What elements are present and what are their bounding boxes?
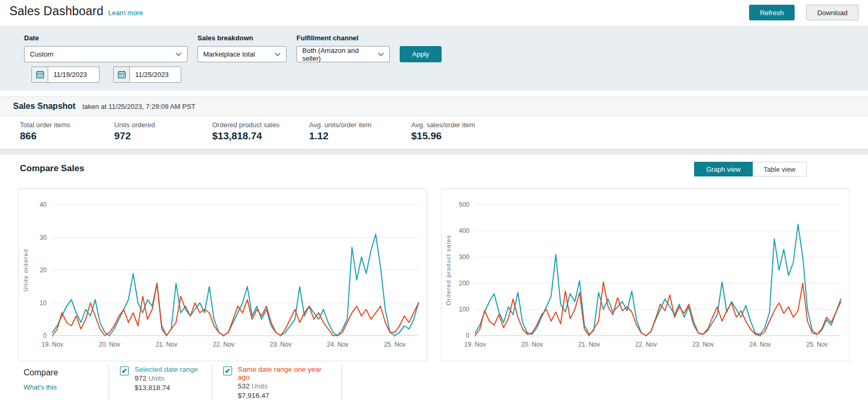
selected-range-checkbox[interactable]: ✔ — [120, 366, 129, 375]
breakdown-filter-label: Sales breakdown — [197, 34, 287, 42]
metric-ordered-product-sales: Ordered product sales $13,818.74 — [212, 121, 309, 142]
fulfillment-filter-label: Fulfillment channel — [296, 34, 390, 42]
x-tick-label: 19. Nov — [464, 341, 486, 348]
apply-button[interactable]: Apply — [400, 46, 442, 62]
y-tick-label: 30 — [40, 234, 47, 241]
x-tick-label: 22. Nov — [213, 341, 234, 348]
series-line — [475, 225, 841, 336]
date-range-value: Custom — [30, 50, 53, 58]
y-axis-title: Ordered product sales — [445, 235, 452, 306]
ordered-product-sales-chart: 010020030040050019. Nov20. Nov21. Nov22.… — [441, 188, 850, 361]
x-tick-label: 20. Nov — [98, 341, 120, 348]
y-tick-label: 10 — [40, 299, 47, 307]
page-header: Sales Dashboard Learn more Refresh Downl… — [0, 0, 868, 26]
units-ordered-chart: 01020304019. Nov20. Nov21. Nov22. Nov23.… — [18, 188, 427, 361]
x-tick-label: 23. Nov — [692, 341, 713, 348]
x-tick-label: 24. Nov — [327, 341, 348, 348]
chart-canvas: 01020304019. Nov20. Nov21. Nov22. Nov23.… — [19, 189, 427, 361]
start-date-input[interactable]: 11/19/2023 — [31, 66, 100, 83]
legend-label: Selected date range — [135, 365, 198, 373]
start-date-value: 11/19/2023 — [48, 67, 92, 82]
x-tick-label: 25. Nov — [384, 341, 405, 348]
chevron-down-icon — [175, 52, 182, 57]
compare-legend: Compare What's this ✔ Selected date rang… — [0, 364, 868, 400]
year-ago-checkbox[interactable]: ✔ — [223, 366, 232, 375]
snapshot-timestamp: taken at 11/25/2023, 7:29:09 AM PST — [82, 103, 195, 110]
page-title: Sales Dashboard — [9, 4, 103, 18]
metric-avg-units-per-order: Avg. units/order item 1.12 — [309, 121, 411, 142]
end-date-input[interactable]: 11/25/2023 — [113, 66, 181, 83]
metric-units-ordered: Units ordered 972 — [114, 121, 212, 142]
y-tick-label: 0 — [466, 332, 469, 339]
series-line — [475, 282, 841, 336]
date-filter-label: Date — [24, 34, 188, 42]
refresh-button[interactable]: Refresh — [749, 5, 795, 20]
y-tick-label: 300 — [459, 253, 469, 261]
metric-total-order-items: Total order items 866 — [20, 121, 114, 142]
y-tick-label: 0 — [43, 332, 47, 339]
graph-view-button[interactable]: Graph view — [694, 162, 753, 176]
y-tick-label: 40 — [40, 201, 47, 208]
compare-sales-section: Compare Sales Graph view Table view 0102… — [0, 155, 868, 400]
metric-avg-sales-per-order: Avg. sales/order item $15.96 — [411, 121, 475, 142]
fulfillment-channel-value: Both (Amazon and seller) — [302, 47, 372, 62]
table-view-button[interactable]: Table view — [753, 162, 807, 176]
y-axis-title: Units ordered — [23, 249, 29, 292]
compare-label: Compare — [24, 368, 108, 377]
y-tick-label: 400 — [459, 227, 469, 235]
series-line — [52, 283, 419, 336]
sales-breakdown-select[interactable]: Marketplace total — [197, 46, 287, 62]
x-tick-label: 21. Nov — [578, 341, 600, 348]
sales-snapshot-section: Sales Snapshot taken at 11/25/2023, 7:29… — [0, 96, 868, 149]
y-tick-label: 100 — [459, 306, 469, 313]
view-toggle: Graph view Table view — [694, 162, 807, 176]
y-tick-label: 20 — [40, 266, 47, 274]
legend-label: Same date range one year ago — [238, 365, 331, 381]
download-button[interactable]: Download — [806, 5, 859, 20]
learn-more-link[interactable]: Learn more — [108, 9, 142, 17]
snapshot-title: Sales Snapshot — [13, 102, 75, 111]
compare-sales-title: Compare Sales — [20, 162, 84, 174]
x-tick-label: 24. Nov — [749, 341, 771, 348]
chart-canvas: 010020030040050019. Nov20. Nov21. Nov22.… — [442, 189, 849, 361]
legend-amount: $7,916.47 — [238, 392, 331, 399]
legend-amount: $13,818.74 — [135, 384, 198, 392]
series-line — [52, 234, 419, 336]
date-range-select[interactable]: Custom — [24, 46, 188, 62]
chevron-down-icon — [274, 52, 281, 57]
chevron-down-icon — [378, 52, 384, 57]
y-tick-label: 200 — [459, 280, 469, 287]
x-tick-label: 21. Nov — [156, 341, 177, 348]
snapshot-metrics: Total order items 866 Units ordered 972 … — [0, 116, 868, 149]
legend-item-year-ago: ✔ Same date range one year ago 532 Units… — [212, 364, 342, 400]
legend-item-selected-range: ✔ Selected date range 972 Units $13,818.… — [108, 364, 212, 400]
x-tick-label: 20. Nov — [521, 341, 543, 348]
calendar-icon[interactable] — [32, 67, 48, 82]
legend-units: 972 Units — [135, 374, 198, 382]
y-tick-label: 500 — [459, 201, 469, 208]
x-tick-label: 19. Nov — [41, 341, 63, 348]
fulfillment-channel-select[interactable]: Both (Amazon and seller) — [296, 46, 390, 62]
x-tick-label: 23. Nov — [270, 341, 291, 348]
sales-breakdown-value: Marketplace total — [203, 50, 255, 58]
x-tick-label: 22. Nov — [635, 341, 657, 348]
whats-this-link[interactable]: What's this — [24, 383, 57, 391]
filter-bar: Date Custom Sales breakdown Marketplace … — [0, 26, 868, 91]
calendar-icon[interactable] — [114, 67, 130, 82]
x-tick-label: 25. Nov — [806, 341, 828, 348]
legend-units: 532 Units — [238, 382, 331, 390]
section-divider — [0, 149, 868, 155]
end-date-value: 11/25/2023 — [130, 67, 174, 82]
